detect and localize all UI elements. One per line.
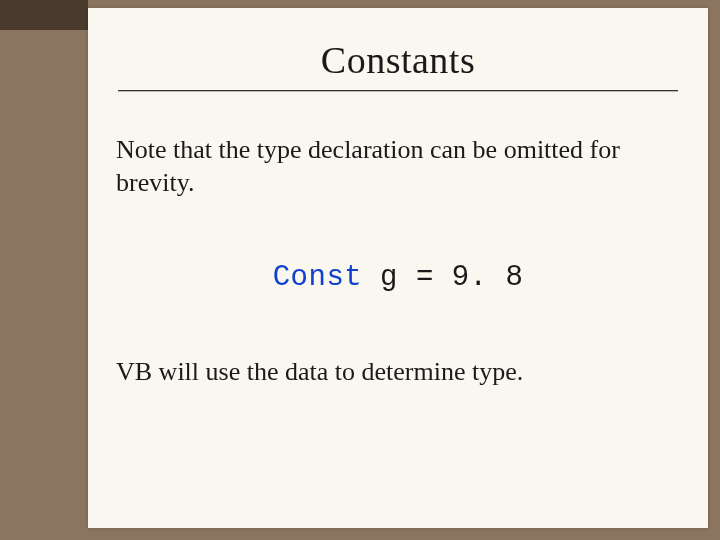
slide: Constants Note that the type declaration… <box>88 8 708 528</box>
divider <box>118 90 678 92</box>
slide-title: Constants <box>88 38 708 82</box>
body-text-2: VB will use the data to determine type. <box>116 356 678 389</box>
body-text-1: Note that the type declaration can be om… <box>116 134 678 199</box>
code-rest: g = 9. 8 <box>362 261 523 294</box>
slide-corner-accent <box>0 0 88 30</box>
code-example: Const g = 9. 8 <box>88 261 708 294</box>
code-keyword: Const <box>273 261 363 294</box>
